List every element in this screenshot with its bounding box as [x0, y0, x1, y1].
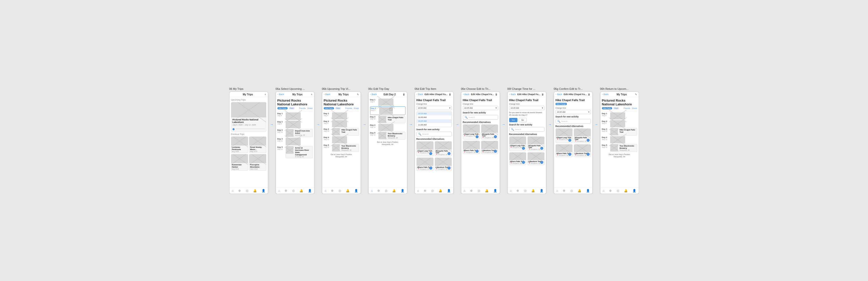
tag-hike-06h[interactable]: Hike Parks — [602, 107, 612, 109]
nav-home-06h[interactable]: ⌂ — [602, 189, 604, 192]
nav-search-06d[interactable]: ⊕ — [424, 189, 426, 192]
friends-icon-06a[interactable]: Friends — [299, 107, 306, 110]
nav-compass-06e[interactable]: ◎ — [477, 189, 480, 192]
share-icon-06h[interactable]: Share — [632, 107, 637, 110]
alt-0-btn-06d[interactable]: → — [429, 152, 432, 155]
nav-search-06b[interactable]: ⊕ — [331, 189, 334, 192]
prev-trip-3[interactable]: Porcupine Mountains June 2016 — [249, 154, 266, 171]
alt-1-06d[interactable]: Mosquito Falls Trail 📍 Shingleton, MI → — [435, 141, 452, 156]
alt-1-btn-06d[interactable]: → — [447, 152, 451, 155]
header-plus-06a[interactable]: + — [311, 93, 312, 96]
tag-pack-06a[interactable]: Pack — [289, 107, 295, 109]
d3-activity-06b[interactable]: Hike Chapel Falls Trail — [332, 128, 359, 136]
nav-bell-06d[interactable]: 🔔 — [438, 189, 442, 192]
day-2-06c-highlighted[interactable]: Day 2July 9 ✎ — [370, 106, 405, 115]
nav-home-06g[interactable]: ⌂ — [556, 189, 558, 192]
friends-icon-06h[interactable]: Friends — [623, 107, 630, 110]
nav-search-06c[interactable]: ⊕ — [377, 189, 380, 192]
nav-home-06e[interactable]: ⌂ — [464, 189, 465, 192]
nav-bell-06c[interactable]: 🔔 — [392, 189, 396, 192]
alt-3-btn-06g[interactable]: → — [587, 153, 590, 156]
edit-pencil-icon[interactable]: ✎ — [390, 108, 393, 111]
nav-bell[interactable]: 🔔 — [253, 189, 257, 192]
d5-activity-06b[interactable]: Tour Blackrocks Brewery Marquette, MI — [332, 144, 359, 152]
d5-activity-06h[interactable]: Tour Blackrocks Brewery Marquette, MI — [610, 144, 637, 152]
alt-0-btn-06f[interactable]: → — [522, 147, 525, 150]
nav-compass-06b[interactable]: ◎ — [339, 189, 341, 192]
time-dropdown-06g[interactable]: 10:45 AM ▾ — [556, 110, 591, 114]
alt-2-06d[interactable]: Miners Falls Trail 📍 Shingleton, MI → — [416, 158, 434, 171]
alt-3-06e[interactable]: Lakeshore Trail 📍 Shingleton, MI → — [481, 141, 498, 154]
alt-2-btn-06f[interactable]: → — [522, 161, 525, 164]
tag-hike-06b[interactable]: Hike Parks — [324, 107, 334, 109]
alt-3-06g[interactable]: Lakeshore Trail 📍 Shingleton, MI → — [574, 144, 591, 157]
alt-3-btn-06e[interactable]: → — [494, 150, 497, 153]
friends-icon-06b[interactable]: Friends — [345, 107, 352, 110]
header-trash-06c[interactable]: 🗑 — [403, 93, 405, 96]
nav-search-06g[interactable]: ⊕ — [563, 189, 565, 192]
yes-button-06f[interactable]: Yes — [509, 118, 518, 122]
search-box-06e[interactable]: 🔍 Search — [463, 115, 498, 120]
nav-search-06a[interactable]: ⊕ — [285, 189, 287, 192]
nav-profile-06b[interactable]: 👤 — [354, 189, 358, 192]
nav-compass-06f[interactable]: ◎ — [524, 189, 526, 192]
time-opt-1[interactable]: 10:30 AM — [417, 115, 452, 119]
header-trash-06d[interactable]: 🗑 — [449, 93, 451, 96]
nav-bell-06h[interactable]: 🔔 — [624, 189, 628, 192]
nav-profile-06c[interactable]: 👤 — [401, 189, 404, 192]
nav-home-06a[interactable]: ⌂ — [278, 189, 280, 192]
nav-search-06f[interactable]: ⊕ — [517, 189, 519, 192]
alt-1-06g[interactable]: Mosquito Falls Trail 📍 Shingleton, MI → — [574, 129, 591, 143]
nav-bell-06g[interactable]: 🔔 — [578, 189, 581, 192]
nav-compass-06d[interactable]: ◎ — [431, 189, 434, 192]
nav-search-06e[interactable]: ⊕ — [470, 189, 473, 192]
header-trash-06e[interactable]: 🗑 — [495, 93, 498, 96]
nav-bell-06b[interactable]: 🔔 — [346, 189, 349, 192]
nav-bell-06f[interactable]: 🔔 — [531, 189, 535, 192]
back-btn-06e[interactable]: ‹ Back — [463, 93, 470, 95]
alt-2-06e[interactable]: Miners Falls Trail 📍 Shingleton, MI → — [463, 141, 480, 154]
nav-search-06h[interactable]: ⊕ — [609, 189, 612, 192]
prev-trip-0[interactable]: Leelanau Peninsula Aug 2020 — [231, 137, 248, 153]
nav-compass-06h[interactable]: ◎ — [617, 189, 619, 192]
alt-3-06d[interactable]: Lakeshore Trail 📍 Shingleton, MI → — [435, 158, 452, 171]
alt-0-btn-06e[interactable]: → — [475, 135, 478, 138]
header-add-icon[interactable]: + — [265, 93, 266, 96]
nav-home-06b[interactable]: ⌂ — [324, 189, 326, 192]
nav-home-06c[interactable]: ⌂ — [371, 189, 373, 192]
alt-1-btn-06f[interactable]: → — [540, 147, 543, 150]
alt-2-btn-06g[interactable]: → — [568, 153, 571, 156]
alt-2-06f[interactable]: Miners Falls Trail 📍 Shingleton, MI → — [509, 152, 526, 165]
nav-profile[interactable]: 👤 — [261, 189, 266, 192]
nav-profile-06h[interactable]: 👤 — [632, 189, 636, 192]
nav-bell-06e[interactable]: 🔔 — [485, 189, 489, 192]
share-icon-06b[interactable]: Share — [353, 107, 359, 110]
tag-pack-06h[interactable]: Pack — [613, 107, 619, 109]
nav-home-06f[interactable]: ⌂ — [510, 189, 512, 192]
back-btn-06b[interactable]: ‹ Back — [324, 93, 331, 95]
header-trash-06g[interactable]: 🗑 — [588, 93, 590, 96]
nav-home-06d[interactable]: ⌂ — [417, 189, 419, 192]
nav-profile-06e[interactable]: 👤 — [493, 189, 497, 192]
header-trash-06f[interactable]: 🗑 — [541, 93, 544, 96]
d3-activity-06h[interactable]: Hike Chapel Falls Trail — [610, 128, 637, 136]
time-opt-2[interactable]: 10:45 AM — [417, 119, 452, 123]
nav-compass[interactable]: ◎ — [246, 189, 248, 192]
nav-search[interactable]: ⊕ — [238, 189, 241, 192]
share-icon-06a[interactable]: Share — [307, 107, 312, 110]
search-box-06d[interactable]: 🔍 Search — [416, 132, 452, 137]
nav-bell-06a[interactable]: 🔔 — [300, 189, 303, 192]
alt-1-06e[interactable]: Mosquito Falls Trail 📍 Shingleton, MI → — [481, 124, 498, 140]
nav-profile-06g[interactable]: 👤 — [586, 189, 590, 192]
search-box-06g[interactable]: 🔍 Search — [556, 119, 591, 124]
back-btn-06g[interactable]: ‹ Back — [556, 93, 562, 95]
nav-profile-06d[interactable]: 👤 — [447, 189, 451, 192]
upcoming-trip-card[interactable]: Pictured Rocks National Lakeshore July 8… — [231, 102, 266, 132]
no-button-06f[interactable]: No — [519, 118, 527, 122]
alt-0-btn-06g[interactable]: → — [568, 139, 571, 142]
tag-pack-06b[interactable]: Pack — [335, 107, 341, 109]
alt-3-btn-06d[interactable]: → — [447, 167, 451, 170]
day-3-activity-06a[interactable]: Depart from Ann Arbor Ann Arbor, MI — [286, 129, 313, 137]
time-dropdown-06e[interactable]: 10:45 AM ▾ — [463, 106, 498, 110]
back-btn-06h[interactable]: ‹ Back — [602, 93, 609, 95]
